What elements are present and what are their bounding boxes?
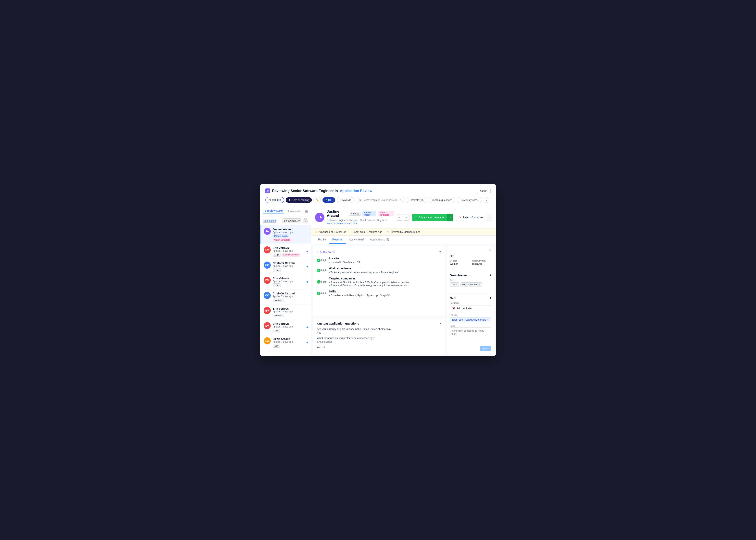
reject-icon: ✕ — [459, 215, 462, 219]
tab-to-review[interactable]: To review (150+) — [263, 209, 284, 213]
gem-collapse-icon: ▾ — [490, 296, 491, 300]
list-item[interactable]: JA Justine Arcand Applied 7 days ago Per… — [260, 225, 311, 244]
tags-label: Tags — [450, 279, 491, 281]
question-text: What pronouns do you prefer to be addres… — [317, 337, 441, 339]
add-reminder-button[interactable]: 📅 Add reminder — [450, 305, 491, 311]
candidate-info: Erin Vetrovs Applied 7 days ago High War… — [273, 246, 308, 257]
warm-candidate-badge: Warm candidate — [378, 211, 394, 216]
status-badge: Perfect match — [273, 234, 289, 237]
tab-activity-feed[interactable]: Activity feed — [346, 235, 367, 244]
post-button[interactable]: Post — [480, 345, 491, 351]
list-item[interactable]: EV Erin Vetrovs Applied 7 days ago High — [260, 274, 311, 290]
panel-collapse-button[interactable]: >| — [450, 249, 491, 252]
candidate-applied: Applied 7 days ago — [273, 280, 308, 283]
list-item[interactable]: CC Cristofer Calzoni Applied 7 days ago … — [260, 290, 311, 305]
greenhouse-header[interactable]: Greenhouse ▾ — [450, 273, 491, 277]
candidate-header: JA Justine Arcand Referral Perfect match… — [311, 206, 496, 228]
new-indicator — [306, 327, 308, 328]
reminder-label: Reminder — [450, 302, 491, 304]
search-clear-icon[interactable]: ✕ — [399, 199, 401, 201]
ai-review-text: AI review — [320, 250, 331, 253]
candidate-applied: Applied 7 days ago — [273, 265, 308, 267]
filter-gem-ai[interactable]: ✦ Gem AI ranking — [286, 197, 312, 202]
project-chip: Talent pool - Software Engineers ✕ — [450, 317, 491, 323]
tab-profile[interactable]: Profile — [315, 235, 329, 244]
dei-section-header[interactable]: DEI — [450, 254, 491, 258]
candidate-info: Cristofer Calzoni Applied 7 days ago Med… — [273, 292, 308, 302]
gem-header[interactable]: Gem ▾ — [450, 296, 491, 300]
tag-mk-remove[interactable]: ✕ — [479, 284, 481, 286]
greenhouse-label: Greenhouse — [450, 274, 467, 277]
notes-label: Notes — [450, 325, 491, 327]
high-check-icon: ✓ — [317, 269, 321, 272]
activity-email: → Sent email 2 months ago — [350, 230, 382, 233]
candidate-name: Lizzie Arcand — [273, 338, 308, 340]
filter-bar: All (10000) ✦ Gem AI ranking ✏️ ✓ DEI Ke… — [266, 197, 490, 206]
selected-candidate-details: Justine Arcand Referral Perfect match Wa… — [327, 209, 394, 225]
tab-resume[interactable]: Resume — [329, 235, 346, 244]
sort-button[interactable]: Sort: AI ran... ▾ — [282, 218, 301, 223]
badge-row: Low — [273, 344, 308, 347]
activity-referred: ✓ Referred by Melinda Kilner — [386, 230, 420, 233]
nav-arrows: ← → — [396, 214, 409, 220]
reject-nurture-button[interactable]: ✕ Reject & nurture — [456, 214, 486, 221]
avatar: EV — [264, 246, 271, 253]
activity-advanced-text: Advanced on 1 other job — [319, 230, 346, 233]
custom-questions-collapse-icon[interactable]: ▾ — [439, 322, 441, 325]
nav-prev-button[interactable]: ← — [396, 214, 402, 220]
filter-all[interactable]: All (10000) — [266, 197, 284, 203]
candidate-applied: Applied 7 days ago — [273, 295, 308, 298]
review-content: Targeted companies 2 years at SkyLink, w… — [329, 277, 441, 287]
search-input[interactable] — [363, 199, 398, 202]
high-check-icon: ✓ — [317, 292, 321, 295]
filter-referrals[interactable]: Referrals (98) — [406, 197, 427, 203]
filter-previously-screened[interactable]: Previously scre... — [457, 197, 482, 203]
filter-next-chevron[interactable]: › — [484, 197, 489, 203]
candidate-name: Erin Vetrovs — [273, 307, 308, 310]
project-remove[interactable]: ✕ — [487, 319, 488, 321]
status-badge: Warm candidate — [273, 238, 291, 241]
advance-dropdown-button[interactable]: ▾ — [447, 214, 453, 221]
greenhouse-section: Greenhouse ▾ Tags KIT ✕ MK-candidates ✕ — [450, 273, 491, 290]
sort-label: Sort: AI ran... — [284, 219, 298, 222]
sort-order-button[interactable]: ⇅ — [303, 218, 308, 223]
candidate-list: To review (150+) Reviewed ⊟ Bulk action … — [260, 206, 311, 356]
tag-mk-candidates: MK-candidates ✕ — [461, 282, 482, 287]
list-item[interactable]: CC Cristofer Calzoni Applied 7 days ago … — [260, 259, 311, 274]
search-icon: 🔍 — [359, 199, 362, 202]
filter-custom-questions[interactable]: Custom questions — [429, 197, 455, 203]
tag-kit-remove[interactable]: ✕ — [456, 284, 458, 286]
tab-reviewed[interactable]: Reviewed — [287, 210, 299, 213]
question-text: Website — [317, 345, 441, 348]
list-item[interactable]: LA Lizzie Arcand Applied 7 days ago Low — [260, 335, 311, 350]
race-label: Race/Ethnicity — [472, 260, 491, 262]
status-badge: Medium — [273, 299, 284, 302]
reject-dropdown-button[interactable]: ▾ — [486, 214, 492, 221]
list-item[interactable]: EV Erin Vetrovs Applied 7 days ago Mediu… — [260, 305, 311, 320]
ai-review-collapse-icon[interactable]: ▾ — [439, 250, 441, 254]
nav-next-button[interactable]: → — [403, 214, 409, 220]
candidate-applied: Applied 7 days ago — [273, 340, 308, 343]
gem-icon: ◆ — [266, 189, 270, 193]
reject-label: Reject & nurture — [463, 216, 483, 219]
tab-applications[interactable]: Applications (3) — [367, 235, 392, 244]
candidate-applied: Applied 7 days ago — [273, 325, 308, 328]
check-icon: ✓ — [386, 230, 388, 233]
ai-review-label: + AI review ⓘ — [317, 250, 335, 254]
close-button[interactable]: Close — [477, 188, 490, 194]
dei-fields: Gender Woman Race/Ethnicity Hispanic — [450, 260, 491, 265]
race-value: Hispanic — [472, 262, 491, 265]
linkedin-link[interactable]: www.linkedin.com/in/profile — [327, 222, 358, 225]
notes-input[interactable] — [450, 328, 491, 343]
modal-body: To review (150+) Reviewed ⊟ Bulk action … — [260, 206, 496, 356]
candidate-info: Erin Vetrovs Applied 7 days ago Medium — [273, 307, 308, 317]
filter-keywords[interactable]: Keywords — [337, 197, 354, 203]
projects-label: Projects — [450, 314, 491, 316]
filter-dei[interactable]: ✓ DEI — [322, 197, 335, 202]
filter-edit-btn[interactable]: ✏️ — [313, 197, 321, 203]
list-item[interactable]: EV Erin Vetrovs Applied 7 days ago Low — [260, 320, 311, 335]
bulk-action-button[interactable]: Bulk action — [263, 219, 276, 223]
advance-message-button[interactable]: ✓ Advance & message — [412, 214, 447, 221]
collapse-list-button[interactable]: ⊟ — [305, 209, 308, 213]
list-item[interactable]: EV Erin Vetrovs Applied 7 days ago High … — [260, 244, 311, 259]
